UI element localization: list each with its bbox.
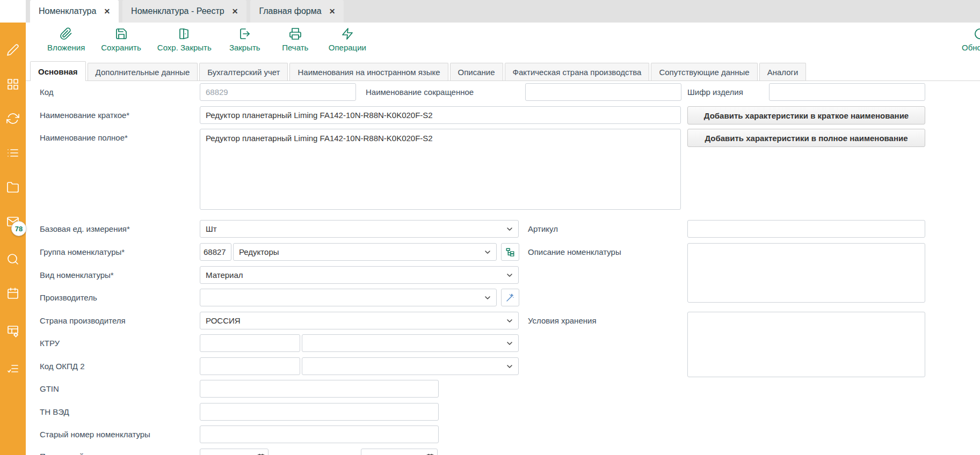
tab-strana-proizvodstva[interactable]: Фактическая страна производства bbox=[505, 63, 650, 80]
list-icon[interactable] bbox=[6, 146, 19, 159]
calendar-icon[interactable] bbox=[257, 453, 265, 455]
operations-button[interactable]: Операции bbox=[329, 27, 366, 52]
tab-inostrannye-naimenovaniya[interactable]: Наименования на иностранном языке bbox=[289, 63, 448, 80]
tab-buhgalterskiy-uchet[interactable]: Бухгалтерский учет bbox=[199, 63, 288, 80]
name-short-field[interactable] bbox=[200, 106, 681, 124]
tab-analogi[interactable]: Аналоги bbox=[759, 63, 807, 80]
base-unit-value: Шт bbox=[206, 224, 217, 233]
toolbar: Вложения Сохранить Сохр. Закрыть Закрыть… bbox=[26, 23, 980, 61]
tab-osnovnaya[interactable]: Основная bbox=[30, 61, 86, 81]
toolbar-label: Сохранить bbox=[101, 43, 141, 52]
calendar-icon[interactable] bbox=[6, 287, 19, 300]
description-field[interactable] bbox=[687, 243, 925, 303]
ktru-select[interactable] bbox=[302, 334, 519, 352]
chevron-down-icon bbox=[505, 317, 514, 325]
period-to-field[interactable] bbox=[361, 449, 438, 455]
close-icon[interactable]: ✕ bbox=[104, 7, 110, 16]
period-label: Период действия номенклатуры с bbox=[40, 452, 167, 455]
cipher-field[interactable] bbox=[769, 83, 925, 101]
table-gear-icon[interactable] bbox=[6, 325, 19, 337]
toolbar-label: Вложения bbox=[47, 43, 85, 52]
close-button[interactable]: Закрыть bbox=[228, 27, 262, 52]
code-label: Код bbox=[40, 87, 54, 97]
add-characteristics-short-button[interactable]: Добавить характеристики в краткое наимен… bbox=[687, 106, 925, 124]
modules-icon[interactable] bbox=[6, 78, 19, 91]
save-close-icon bbox=[178, 27, 191, 40]
group-label: Группа номенклатуры* bbox=[40, 247, 125, 256]
pencil-icon[interactable] bbox=[6, 43, 19, 56]
base-unit-select[interactable]: Шт bbox=[200, 220, 519, 238]
gtin-label: GTIN bbox=[40, 384, 59, 393]
manufacturer-select[interactable] bbox=[200, 289, 497, 306]
window-tab-reestr[interactable]: Номенклатура - Реестр ✕ bbox=[122, 0, 246, 23]
period-from-value: 01.10.2022 bbox=[205, 453, 245, 455]
close-icon[interactable]: ✕ bbox=[232, 7, 238, 16]
folder-icon[interactable] bbox=[6, 181, 19, 194]
window-tab-nomenklatura[interactable]: Номенклатура ✕ bbox=[30, 0, 119, 23]
chevron-down-icon bbox=[505, 271, 514, 280]
kind-value: Материал bbox=[206, 270, 243, 280]
country-select[interactable]: РОССИЯ bbox=[200, 312, 519, 329]
okpd2-code-field[interactable] bbox=[200, 357, 300, 375]
kind-label: Вид номенклатуры* bbox=[40, 270, 114, 280]
mail-count-badge: 78 bbox=[11, 221, 26, 236]
okpd2-select[interactable] bbox=[302, 357, 519, 375]
add-characteristics-full-button[interactable]: Добавить характеристики в полное наимено… bbox=[687, 129, 925, 147]
name-full-label: Наименование полное* bbox=[40, 133, 128, 142]
window-tab-label: Номенклатура bbox=[39, 6, 96, 16]
save-close-button[interactable]: Сохр. Закрыть bbox=[157, 27, 212, 52]
tnved-field[interactable] bbox=[200, 403, 439, 421]
refresh-icon bbox=[974, 27, 980, 40]
magic-wand-icon bbox=[505, 293, 515, 303]
manufacturer-label: Производитель bbox=[40, 293, 97, 302]
storage-label: Условия хранения bbox=[528, 316, 597, 325]
refresh-icon[interactable] bbox=[6, 112, 19, 125]
group-code-field[interactable] bbox=[200, 243, 231, 261]
tree-icon bbox=[505, 247, 515, 257]
code-field[interactable] bbox=[200, 83, 356, 101]
old-number-label: Старый номер номенклатуры bbox=[40, 430, 150, 439]
search-icon[interactable] bbox=[6, 253, 19, 266]
app-window: Номенклатура ✕ Номенклатура - Реестр ✕ Г… bbox=[0, 0, 980, 455]
calendar-icon[interactable] bbox=[426, 453, 434, 455]
storage-field[interactable] bbox=[687, 312, 925, 377]
description-label: Описание номенклатуры bbox=[528, 247, 621, 256]
period-from-field[interactable]: 01.10.2022 bbox=[200, 449, 268, 455]
close-icon[interactable]: ✕ bbox=[329, 7, 336, 16]
tab-opisanie[interactable]: Описание bbox=[450, 63, 503, 80]
group-tree-button[interactable] bbox=[501, 243, 519, 261]
chevron-down-icon bbox=[505, 225, 514, 233]
save-icon bbox=[115, 27, 128, 40]
country-value: РОССИЯ bbox=[206, 316, 241, 325]
old-number-field[interactable] bbox=[200, 425, 439, 443]
gtin-field[interactable] bbox=[200, 380, 439, 398]
cipher-label: Шифр изделия bbox=[687, 87, 743, 97]
form-tab-bar: Основная Дополнительные данные Бухгалтер… bbox=[26, 61, 980, 81]
print-button[interactable]: Печать bbox=[278, 27, 313, 52]
article-field[interactable] bbox=[687, 220, 925, 238]
name-short-label: Наименование краткое* bbox=[40, 111, 129, 120]
tab-dopolnitelnye-dannye[interactable]: Дополнительные данные bbox=[88, 63, 198, 80]
exit-icon bbox=[238, 27, 251, 40]
ktru-code-field[interactable] bbox=[200, 334, 300, 352]
save-button[interactable]: Сохранить bbox=[101, 27, 141, 52]
chevron-down-icon bbox=[505, 362, 514, 371]
toolbar-label: Закрыть bbox=[229, 43, 260, 52]
group-select[interactable]: Редукторы bbox=[233, 243, 497, 261]
name-reduced-field[interactable] bbox=[525, 83, 681, 101]
attachments-button[interactable]: Вложения bbox=[47, 27, 85, 52]
toolbar-label: Обновить bbox=[962, 43, 980, 52]
ktru-label: КТРУ bbox=[40, 339, 60, 348]
kind-select[interactable]: Материал bbox=[200, 266, 519, 284]
tab-soputstvuyushchie-dannye[interactable]: Сопутствующие данные bbox=[651, 63, 757, 80]
country-label: Страна производителя bbox=[40, 316, 126, 325]
refresh-button[interactable]: Обновить bbox=[948, 27, 980, 52]
window-tab-label: Главная форма bbox=[259, 6, 321, 16]
checklist-icon[interactable] bbox=[6, 362, 19, 375]
sidebar: 78 bbox=[0, 23, 26, 455]
name-full-field[interactable]: Редуктор планетарный Liming FA142-10N-R8… bbox=[200, 129, 681, 210]
toolbar-label: Сохр. Закрыть bbox=[157, 43, 212, 52]
manufacturer-wizard-button[interactable] bbox=[501, 289, 519, 306]
window-tab-main-form[interactable]: Главная форма ✕ bbox=[250, 0, 344, 23]
tnved-label: ТН ВЭД bbox=[40, 407, 69, 416]
